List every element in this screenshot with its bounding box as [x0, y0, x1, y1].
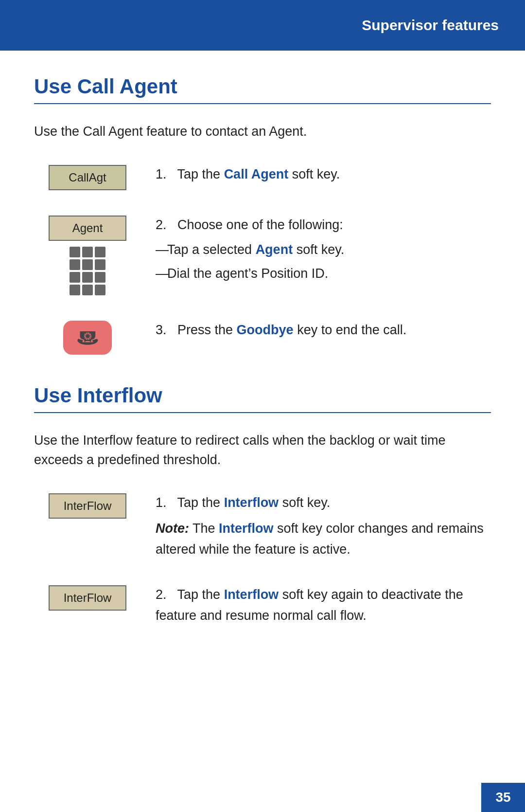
- step-text-2: 2. Choose one of the following: Tap a se…: [156, 214, 491, 288]
- sub-item-2: Dial the agent’s Position ID.: [156, 263, 491, 284]
- handset-icon: ☎: [76, 327, 99, 348]
- tap-interflow-2: Tap the: [177, 587, 224, 602]
- key-0: [82, 285, 93, 295]
- section-intro-interflow: Use the Interflow feature to redirect ca…: [34, 431, 491, 470]
- section-intro-call-agent: Use the Call Agent feature to contact an…: [34, 122, 491, 142]
- interflow-softkey-2: InterFlow: [49, 585, 126, 611]
- dial-text: Dial the agent’s Position ID.: [167, 266, 328, 281]
- soft-key-label-2: soft key.: [279, 495, 330, 510]
- section-heading-call-agent: Use Call Agent: [34, 75, 491, 104]
- key-9: [95, 272, 105, 283]
- section-heading-interflow: Use Interflow: [34, 384, 491, 413]
- visual-callagt: CallAgt: [34, 163, 141, 190]
- step-interflow-1: InterFlow 1. Tap the Interflow soft key.…: [34, 491, 491, 560]
- step-call-agent-1: CallAgt 1. Tap the Call Agent soft key.: [34, 163, 491, 190]
- key-1: [70, 247, 80, 257]
- step-interflow-text-2: 2. Tap the Interflow soft key again to d…: [156, 583, 491, 626]
- key-3: [95, 247, 105, 257]
- soft-key-suffix: soft key.: [293, 242, 344, 257]
- note-content: The: [192, 521, 219, 536]
- step-text-3: 3. Press the Goodbye key to end the call…: [156, 319, 491, 341]
- choose-text: Choose one of the following:: [177, 217, 343, 232]
- note-text: Note: The Interflow soft key color chang…: [156, 518, 491, 560]
- sub-item-1: Tap a selected Agent soft key.: [156, 239, 491, 260]
- step-number-3: 3.: [156, 323, 174, 337]
- step-call-agent-3: ☎ 3. Press the Goodbye key to end the ca…: [34, 319, 491, 355]
- key-2: [82, 247, 93, 257]
- goodbye-key: ☎: [63, 321, 112, 355]
- step-number-2: 2.: [156, 217, 174, 232]
- callagt-softkey: CallAgt: [49, 165, 126, 190]
- key-hash: [95, 285, 105, 295]
- visual-goodbye: ☎: [34, 319, 141, 355]
- step-call-agent-2: Agent 2. Choose one of the following:: [34, 214, 491, 295]
- step-text-1: 1. Tap the Call Agent soft key.: [156, 163, 491, 185]
- agent-link: Agent: [256, 242, 293, 257]
- press-text: Press the: [177, 323, 237, 337]
- header-bar: Supervisor features: [0, 0, 525, 51]
- keypad: [70, 247, 105, 295]
- visual-interflow-2: InterFlow: [34, 583, 141, 611]
- agent-softkey: Agent: [49, 216, 126, 241]
- end-call-text: key to end the call.: [294, 323, 407, 337]
- key-6: [95, 259, 105, 270]
- key-5: [82, 259, 93, 270]
- interflow-step-number-1: 1.: [156, 495, 174, 510]
- step-number-1: 1.: [156, 167, 174, 181]
- interflow-softkey-1: InterFlow: [49, 493, 126, 519]
- key-7: [70, 272, 80, 283]
- note-label: Note:: [156, 521, 189, 536]
- page-number: 35: [481, 783, 525, 812]
- step-interflow-2: InterFlow 2. Tap the Interflow soft key …: [34, 583, 491, 626]
- tap-text: Tap the: [177, 167, 224, 181]
- goodbye-link: Goodbye: [237, 323, 294, 337]
- tap-interflow: Tap the: [177, 495, 224, 510]
- step-2-sublist: Tap a selected Agent soft key. Dial the …: [156, 239, 491, 284]
- key-4: [70, 259, 80, 270]
- interflow-link-2: Interflow: [224, 587, 279, 602]
- key-8: [82, 272, 93, 283]
- interflow-note-link: Interflow: [219, 521, 274, 536]
- key-star: [70, 285, 80, 295]
- header-title: Supervisor features: [362, 17, 499, 34]
- call-agent-link: Call Agent: [224, 167, 289, 181]
- interflow-step-number-2: 2.: [156, 587, 174, 602]
- visual-agent: Agent: [34, 214, 141, 295]
- step-interflow-text-1: 1. Tap the Interflow soft key. Note: The…: [156, 491, 491, 560]
- visual-interflow-1: InterFlow: [34, 491, 141, 519]
- interflow-link-1: Interflow: [224, 495, 279, 510]
- soft-key-label: soft key.: [288, 167, 340, 181]
- tap-selected: Tap a selected: [167, 242, 256, 257]
- main-content: Use Call Agent Use the Call Agent featur…: [0, 51, 525, 688]
